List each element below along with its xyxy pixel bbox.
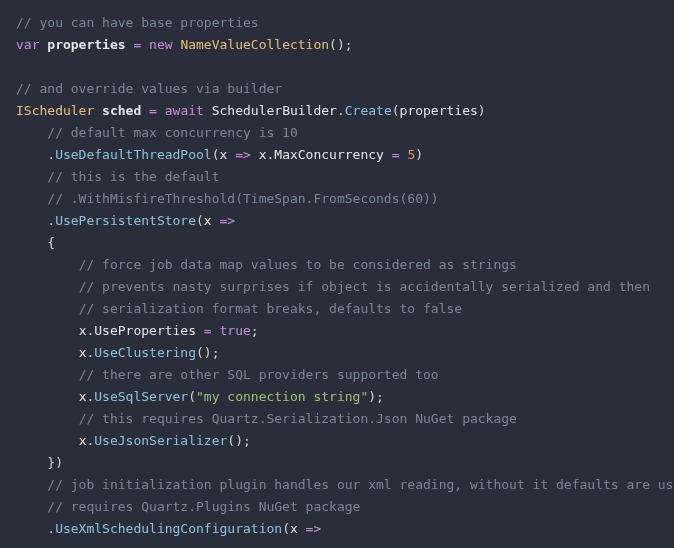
code-block: // you can have base properties var prop… [0,0,674,548]
type-namevaluecollection: NameValueCollection [180,37,329,52]
comment: // .WithMisfireThreshold(TimeSpan.FromSe… [47,191,438,206]
keyword-new: new [149,37,172,52]
comment: // this requires Quartz.Serialization.Js… [79,411,517,426]
method-usexmlschedulingconfiguration: UseXmlSchedulingConfiguration [55,521,282,536]
prop-useproperties: UseProperties [94,323,196,338]
method-usedefaultthreadpool: UseDefaultThreadPool [55,147,212,162]
comment: // prevents nasty surprises if object is… [79,279,650,294]
comment: // force job data map values to be consi… [79,257,517,272]
method-useclustering: UseClustering [94,345,196,360]
method-usesqlserver: UseSqlServer [94,389,188,404]
keyword-await: await [165,103,204,118]
comment: // serialization format breaks, defaults… [79,301,463,316]
comment: // this is the default [47,169,219,184]
type-ischeduler: IScheduler [16,103,94,118]
comment: // job initialization plugin handles our… [47,477,674,492]
ident-sched: sched [102,103,141,118]
string-conn: "my connection string" [196,389,368,404]
comment: // there are other SQL providers support… [79,367,439,382]
ident-schedulerbuilder: SchedulerBuilder [212,103,337,118]
method-create: Create [345,103,392,118]
literal-true: true [220,323,251,338]
ident-properties: properties [47,37,125,52]
keyword-var: var [16,37,39,52]
comment: // you can have base properties [16,15,259,30]
comment: // requires Quartz.Plugins NuGet package [47,499,360,514]
prop-maxconcurrency: MaxConcurrency [274,147,384,162]
method-usejsonserializer: UseJsonSerializer [94,433,227,448]
comment: // and override values via builder [16,81,282,96]
method-usepersistentstore: UsePersistentStore [55,213,196,228]
comment: // default max concurrency is 10 [47,125,297,140]
